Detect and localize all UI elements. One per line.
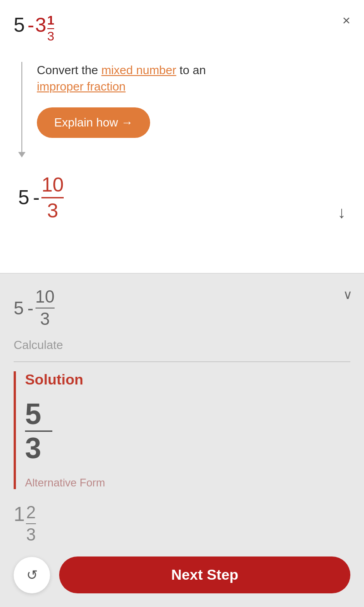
solution-numerator: 5: [25, 400, 41, 429]
gray-whole: 5: [14, 298, 24, 319]
mixed-number-link[interactable]: mixed number: [101, 63, 177, 77]
result-fraction-bar: [41, 197, 64, 198]
mixed-number: 3 1 3: [35, 14, 54, 44]
chevron-down-button[interactable]: ∨: [343, 287, 353, 302]
top-section: × 5 - 3 1 3 Convert the mixed number to …: [0, 0, 364, 273]
solution-label: Solution: [25, 371, 350, 388]
gray-fraction-bar: [35, 308, 55, 309]
mixed-whole: 3: [35, 14, 46, 36]
back-button[interactable]: ↺: [14, 557, 50, 593]
problem-whole: 5: [14, 14, 25, 36]
gray-denominator: 3: [40, 309, 50, 329]
result-whole: 5: [18, 186, 29, 209]
partial-fraction: 2 3: [26, 503, 35, 545]
vertical-line: [21, 62, 22, 153]
mixed-fraction: 1 3: [47, 14, 55, 44]
arrow-down-right-icon: ↓: [338, 203, 346, 222]
arrow-down-icon: [18, 152, 25, 157]
explain-how-button[interactable]: Explain how →: [37, 107, 150, 138]
gray-minus: -: [27, 298, 33, 319]
bottom-bar: ↺ Next Step: [0, 547, 364, 607]
back-icon: ↺: [26, 567, 38, 583]
partial-bottom-expression: 1 2 3: [14, 503, 350, 545]
alt-form-label: Alternative Form: [25, 476, 350, 489]
problem-minus: -: [27, 14, 34, 36]
convert-text-mid: to an: [176, 63, 206, 77]
result-minus: -: [33, 186, 40, 209]
result-numerator: 10: [41, 173, 64, 196]
partial-bar: [26, 523, 35, 524]
partial-denominator: 3: [26, 525, 35, 545]
next-step-button[interactable]: Next Step: [59, 556, 350, 593]
problem-expression: 5 - 3 1 3: [14, 14, 350, 44]
solution-denominator: 3: [25, 434, 41, 463]
partial-numerator: 2: [26, 503, 35, 522]
vertical-line-wrap: [18, 57, 25, 157]
calculate-label: Calculate: [14, 338, 350, 352]
step-block: Convert the mixed number to an improper …: [18, 57, 350, 157]
result-expression: 5 - 10 3 ↓: [18, 173, 350, 222]
partial-whole: 1: [14, 503, 25, 526]
mixed-denominator: 3: [47, 30, 55, 44]
close-button[interactable]: ×: [342, 14, 350, 27]
solution-block: Solution 5 3 Alternative Form: [14, 371, 350, 489]
convert-description: Convert the mixed number to an improper …: [37, 62, 350, 95]
step-content: Convert the mixed number to an improper …: [37, 57, 350, 157]
gray-fraction: 10 3: [35, 287, 55, 329]
result-fraction: 10 3: [41, 173, 64, 222]
solution-fraction: 5 3: [25, 400, 350, 463]
gray-numerator: 10: [35, 287, 55, 307]
result-denominator: 3: [47, 199, 58, 222]
section-divider: [14, 361, 350, 362]
gray-expression: 5 - 10 3: [14, 287, 350, 329]
improper-fraction-link[interactable]: improper fraction: [37, 80, 126, 93]
mixed-numerator: 1: [47, 14, 55, 28]
convert-text-plain: Convert the: [37, 63, 101, 77]
